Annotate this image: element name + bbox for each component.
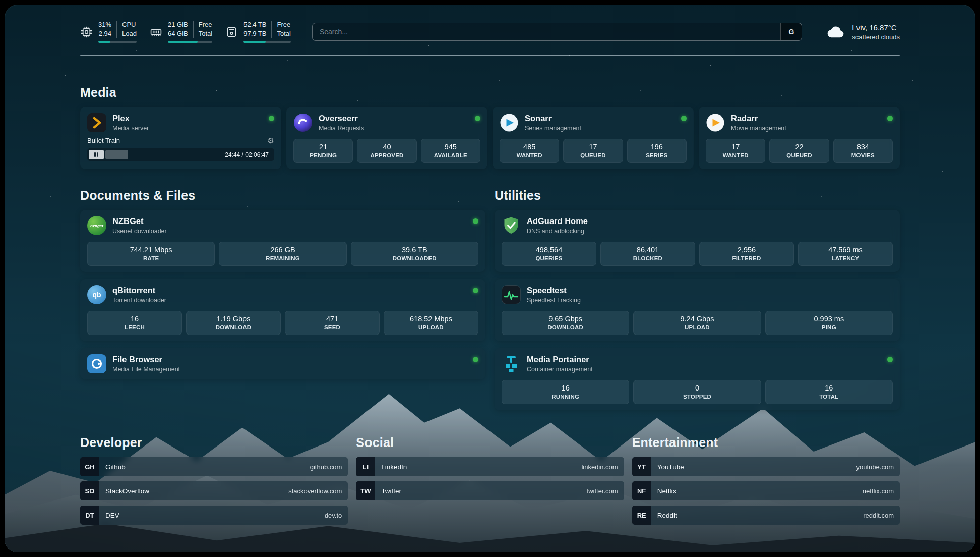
dev-badge: DT bbox=[80, 506, 99, 525]
linkedin-badge: LI bbox=[356, 457, 375, 476]
overseerr-card-header: Overseerr Media Requests bbox=[293, 113, 480, 132]
search-engine-button[interactable]: G bbox=[780, 23, 802, 40]
weather-text: Lviv, 16.87°C scattered clouds bbox=[852, 23, 900, 41]
plex-player-bar: 24:44 / 02:06:47 bbox=[87, 148, 274, 161]
bookmark-linkedin[interactable]: LI LinkedIn linkedin.com bbox=[356, 457, 624, 476]
overseerr-status-dot bbox=[475, 116, 480, 121]
stat-queued: 22 QUEUED bbox=[769, 139, 829, 163]
bookmark-reddit[interactable]: RE Reddit reddit.com bbox=[632, 506, 900, 525]
gear-icon[interactable]: ⚙ bbox=[268, 137, 274, 144]
radarr-card-titles: Radarr Movie management bbox=[731, 114, 786, 132]
portainer-card-titles: Media Portainer Container management bbox=[527, 355, 593, 373]
bookmark-dev[interactable]: DT DEV dev.to bbox=[80, 506, 348, 525]
ram-labels: Free Total bbox=[193, 21, 212, 38]
stat-available: 945 AVAILABLE bbox=[421, 139, 480, 163]
plex-progress-track[interactable] bbox=[105, 150, 221, 159]
overseerr-card[interactable]: Overseerr Media Requests 21 PENDING 40 A… bbox=[286, 107, 487, 169]
bookmark-twitter[interactable]: TW Twitter twitter.com bbox=[356, 481, 624, 500]
adguard-subtitle: DNS and adblocking bbox=[527, 228, 588, 235]
ram-label-top: Free bbox=[199, 21, 212, 29]
stat-downloaded: 39.6 TB DOWNLOADED bbox=[351, 242, 478, 266]
stat-download: 9.65 Gbps DOWNLOAD bbox=[502, 311, 629, 335]
qbittorrent-stats: 16 LEECH 1.19 Gbps DOWNLOAD 471 SEED bbox=[87, 311, 478, 335]
filebrowser-card-titles: File Browser Media File Management bbox=[112, 355, 180, 373]
bookmark-stackoverflow[interactable]: SO StackOverflow stackoverflow.com bbox=[80, 481, 348, 500]
sonarr-card-header: Sonarr Series management bbox=[500, 113, 687, 132]
plex-card[interactable]: Plex Media server Bullet Train ⚙ bbox=[80, 107, 281, 169]
nzbget-card[interactable]: nzbget NZBGet Usenet downloader 744.21 M… bbox=[80, 210, 485, 272]
portainer-stats: 16 RUNNING 0 STOPPED 16 TOTAL bbox=[502, 380, 893, 404]
middle-columns: Documents & Files nzbget NZBGet Usenet d… bbox=[80, 188, 900, 410]
ram-label-bottom: Total bbox=[199, 30, 212, 38]
plex-card-titles: Plex Media server bbox=[112, 114, 149, 132]
cpu-values: 31% 2.94 bbox=[98, 21, 111, 38]
stat-seed: 471 SEED bbox=[285, 311, 380, 335]
stat-blocked: 86,401 BLOCKED bbox=[600, 242, 695, 266]
developer-heading: Developer bbox=[80, 435, 348, 450]
stat-stopped: 0 STOPPED bbox=[633, 380, 761, 404]
bookmark-netflix[interactable]: NF Netflix netflix.com bbox=[632, 481, 900, 500]
filebrowser-card[interactable]: File Browser Media File Management bbox=[80, 348, 485, 379]
weather-widget[interactable]: Lviv, 16.87°C scattered clouds bbox=[825, 23, 900, 41]
netflix-badge: NF bbox=[632, 481, 651, 500]
cpu-load-value: 2.94 bbox=[99, 30, 111, 38]
media-section: Media Plex Media server bbox=[80, 85, 900, 169]
search-input[interactable] bbox=[313, 23, 780, 40]
plex-progress-fill bbox=[105, 150, 128, 159]
radarr-card[interactable]: Radarr Movie management 17 WANTED 22 QUE… bbox=[699, 107, 900, 169]
weather-condition: scattered clouds bbox=[852, 33, 900, 41]
reddit-badge: RE bbox=[632, 506, 651, 525]
starfield-background bbox=[5, 5, 6, 6]
bookmarks-section: Developer GH Github github.com SO StackO… bbox=[80, 435, 900, 525]
plex-icon bbox=[87, 113, 106, 132]
dashboard-window: 31% 2.94 CPU Load bbox=[5, 5, 975, 552]
portainer-card[interactable]: Media Portainer Container management 16 … bbox=[495, 348, 900, 410]
stat-ping: 0.993 ms PING bbox=[765, 311, 893, 335]
entertainment-heading: Entertainment bbox=[632, 435, 900, 450]
sonarr-stats: 485 WANTED 17 QUEUED 196 SERIES bbox=[500, 139, 687, 163]
nzbget-card-header: nzbget NZBGet Usenet downloader bbox=[87, 216, 478, 235]
speedtest-icon bbox=[502, 285, 521, 304]
nzbget-subtitle: Usenet downloader bbox=[112, 228, 167, 235]
plex-now-playing-title: Bullet Train bbox=[87, 137, 120, 144]
search-bar: G bbox=[312, 23, 802, 41]
overseerr-subtitle: Media Requests bbox=[319, 125, 364, 132]
developer-list: GH Github github.com SO StackOverflow st… bbox=[80, 457, 348, 525]
stat-remaining: 266 GB REMAINING bbox=[219, 242, 346, 266]
social-heading: Social bbox=[356, 435, 624, 450]
stackoverflow-badge: SO bbox=[80, 481, 99, 500]
stat-leech: 16 LEECH bbox=[87, 311, 182, 335]
topbar-divider bbox=[80, 55, 900, 56]
cpu-labels: CPU Load bbox=[116, 21, 137, 38]
plex-subtitle: Media server bbox=[112, 125, 149, 132]
radarr-stats: 17 WANTED 22 QUEUED 834 MOVIES bbox=[706, 139, 893, 163]
ram-values: 21 GiB 64 GiB bbox=[168, 21, 188, 38]
utilities-cards: AdGuard Home DNS and adblocking 498,564 … bbox=[495, 210, 900, 410]
bookmark-youtube[interactable]: YT YouTube youtube.com bbox=[632, 457, 900, 476]
topbar: 31% 2.94 CPU Load bbox=[80, 18, 900, 46]
radarr-card-header: Radarr Movie management bbox=[706, 113, 893, 132]
sonarr-status-dot bbox=[681, 116, 687, 121]
pause-button[interactable] bbox=[89, 150, 104, 159]
qbittorrent-card[interactable]: qb qBittorrent Torrent downloader 16 LEE… bbox=[80, 279, 485, 341]
plex-status-dot bbox=[269, 116, 274, 121]
documents-heading: Documents & Files bbox=[80, 188, 485, 203]
qbittorrent-icon: qb bbox=[87, 285, 106, 304]
speedtest-card[interactable]: Speedtest Speedtest Tracking 9.65 Gbps D… bbox=[495, 279, 900, 341]
overseerr-icon bbox=[293, 113, 313, 132]
sonarr-card[interactable]: Sonarr Series management 485 WANTED 17 Q… bbox=[493, 107, 694, 169]
ram-metric-body: 21 GiB 64 GiB Free Total bbox=[168, 21, 212, 43]
portainer-icon bbox=[502, 354, 521, 373]
stat-queries: 498,564 QUERIES bbox=[502, 242, 596, 266]
github-badge: GH bbox=[80, 457, 99, 476]
disk-label-top: Free bbox=[277, 21, 290, 29]
plex-now-playing-row: Bullet Train ⚙ bbox=[87, 137, 274, 144]
ram-total-value: 64 GiB bbox=[168, 30, 188, 38]
stat-series: 196 SERIES bbox=[627, 139, 687, 163]
radarr-icon bbox=[706, 113, 725, 132]
radarr-title: Radarr bbox=[731, 114, 786, 123]
adguard-card[interactable]: AdGuard Home DNS and adblocking 498,564 … bbox=[495, 210, 900, 272]
disk-total-value: 97.9 TB bbox=[243, 30, 266, 38]
bookmark-github[interactable]: GH Github github.com bbox=[80, 457, 348, 476]
cpu-label-bottom: Load bbox=[122, 30, 137, 38]
